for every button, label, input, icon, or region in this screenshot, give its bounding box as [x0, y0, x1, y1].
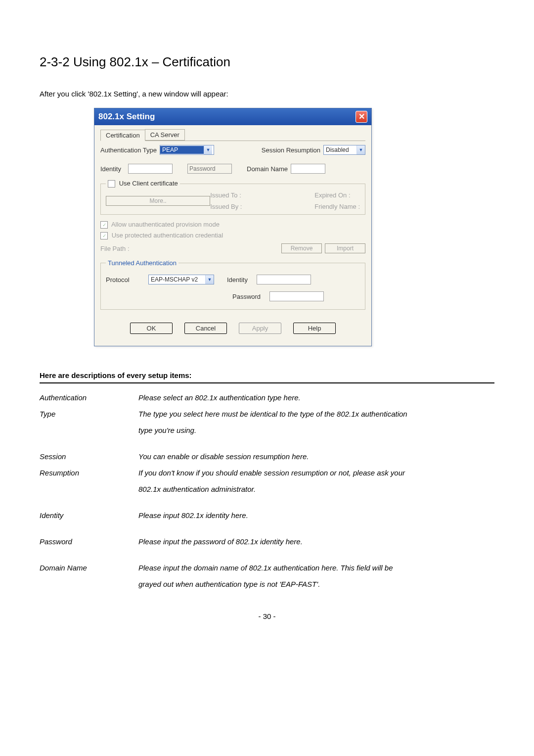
tab-strip: Certification CA Server	[100, 129, 365, 141]
tunneled-password-input[interactable]	[269, 291, 324, 301]
desc-text: Please input the password of 802.1x iden…	[138, 533, 494, 550]
term-text: Password	[40, 533, 138, 550]
protocol-select[interactable]: EAP-MSCHAP v2 ▼	[148, 275, 214, 284]
password-input[interactable]	[187, 164, 232, 174]
desc-row-auth-type: Authentication Type Please select an 802…	[40, 389, 494, 438]
term-text: Identity	[40, 507, 138, 523]
session-resumption-select[interactable]: Disabled ▼	[323, 145, 365, 155]
settings-dialog: 802.1x Setting ✕ Certification CA Server…	[94, 108, 372, 346]
dialog-title: 802.1x Setting	[98, 112, 155, 122]
tunneled-identity-label: Identity	[227, 276, 248, 284]
identity-input[interactable]	[128, 164, 173, 174]
dialog-titlebar: 802.1x Setting ✕	[94, 108, 371, 125]
identity-label: Identity	[100, 165, 125, 173]
client-cert-legend-text: Use Client certificate	[119, 180, 178, 187]
desc-text: The type you select here must be identic…	[138, 406, 494, 422]
desc-row-domain-name: Domain Name Please input the domain name…	[40, 560, 494, 592]
chevron-down-icon: ▼	[204, 145, 212, 154]
file-path-label: File Path :	[100, 245, 130, 252]
client-cert-legend: Use Client certificate	[106, 180, 180, 188]
tunneled-legend: Tunneled Authentication	[106, 259, 178, 267]
tab-certification[interactable]: Certification	[100, 130, 145, 141]
tunneled-auth-group: Tunneled Authentication Protocol EAP-MSC…	[100, 259, 365, 310]
desc-text: type you're using.	[138, 422, 494, 438]
tab-ca-server[interactable]: CA Server	[145, 129, 185, 141]
desc-row-identity: Identity Please input 802.1x identity he…	[40, 507, 494, 523]
apply-button[interactable]: Apply	[239, 323, 281, 334]
term-text: Domain Name	[40, 560, 138, 576]
term-text: Session	[40, 448, 138, 465]
term-text: Type	[40, 406, 138, 422]
more-button[interactable]: More..	[106, 196, 210, 206]
client-cert-checkbox[interactable]	[108, 180, 115, 188]
session-resumption-value: Disabled	[324, 146, 356, 154]
desc-row-session-resumption: Session Resumption You can enable or dis…	[40, 448, 494, 497]
issued-by-label: Issued By :	[210, 203, 314, 210]
domain-name-label: Domain Name	[247, 165, 288, 173]
desc-text: 802.1x authentication administrator.	[138, 481, 494, 497]
descriptions-heading: Here are descriptions of every setup ite…	[40, 371, 494, 379]
section-heading: 2-3-2 Using 802.1x – Certification	[40, 54, 494, 70]
tunneled-password-label: Password	[232, 293, 261, 300]
desc-text: Please select an 802.1x authentication t…	[138, 389, 494, 406]
dialog-screenshot: 802.1x Setting ✕ Certification CA Server…	[94, 108, 494, 346]
protocol-value: EAP-MSCHAP v2	[149, 276, 205, 284]
descriptions-table: Authentication Type Please select an 802…	[40, 389, 494, 592]
divider	[40, 382, 494, 383]
import-button[interactable]: Import	[325, 243, 365, 253]
remove-button[interactable]: Remove	[281, 243, 322, 253]
auth-type-label: Authentication Type	[100, 146, 157, 154]
allow-unauth-checkbox[interactable]: ✓	[100, 221, 108, 229]
desc-row-password: Password Please input the password of 80…	[40, 533, 494, 550]
protocol-label: Protocol	[106, 276, 145, 284]
session-resumption-label: Session Resumption	[262, 146, 320, 154]
term-text: Resumption	[40, 465, 138, 481]
ok-button[interactable]: OK	[130, 323, 173, 334]
chevron-down-icon: ▼	[205, 275, 214, 284]
auth-type-select[interactable]: PEAP ▼	[160, 145, 214, 155]
friendly-name-label: Friendly Name :	[314, 203, 360, 210]
close-icon[interactable]: ✕	[356, 111, 367, 123]
desc-text: Please input the domain name of 802.1x a…	[138, 560, 494, 576]
desc-text: grayed out when authentication type is n…	[138, 576, 494, 592]
cancel-button[interactable]: Cancel	[184, 323, 227, 334]
use-protected-checkbox[interactable]: ✓	[100, 232, 108, 239]
help-button[interactable]: Help	[293, 323, 336, 334]
domain-name-input[interactable]	[291, 164, 325, 174]
use-protected-label: Use protected authentication credential	[112, 232, 223, 239]
chevron-down-icon: ▼	[356, 145, 365, 154]
term-text: Authentication	[40, 389, 138, 406]
desc-text: If you don't know if you should enable s…	[138, 465, 494, 481]
desc-text: Please input 802.1x identity here.	[138, 507, 494, 523]
desc-text: You can enable or disable session resump…	[138, 448, 494, 465]
page-number: - 30 -	[40, 612, 494, 620]
client-cert-group: Use Client certificate Issued To : Expir…	[100, 180, 365, 215]
issued-to-label: Issued To :	[210, 191, 314, 199]
expired-on-label: Expired On :	[314, 191, 360, 199]
tunneled-identity-input[interactable]	[257, 275, 311, 284]
intro-text: After you click '802.1x Setting', a new …	[40, 90, 494, 98]
allow-unauth-label: Allow unauthenticated provision mode	[111, 221, 220, 228]
auth-type-value: PEAP	[160, 146, 204, 154]
